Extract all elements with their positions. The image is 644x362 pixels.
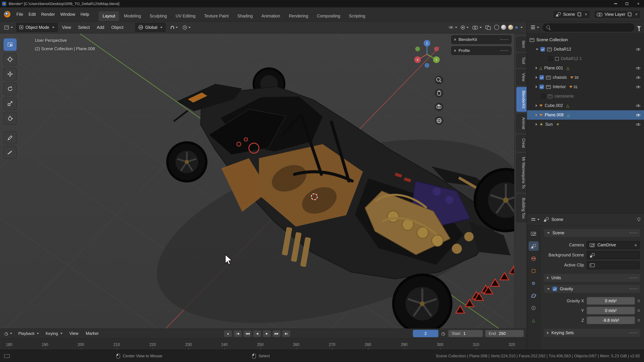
collection-checkbox[interactable] [540,47,545,52]
profile-panel-header[interactable]: Profile [451,46,512,55]
tab-shading[interactable]: Shading [233,11,257,21]
outliner-item-chassis[interactable]: chassis 33 [527,73,644,82]
expand-icon[interactable] [536,123,537,126]
menu-marker[interactable]: Marker [83,331,102,336]
axis-neg-x-handle[interactable] [434,46,439,51]
outliner-item-cube-002[interactable]: Cube.002 △ [527,101,644,110]
next-keyframe-button[interactable]: ▶▶ [272,330,281,337]
hide-viewport-toggle[interactable] [636,47,641,52]
outliner-item-plane-001[interactable]: △ Plane.001 △ [527,63,644,73]
axis-neg-y-handle[interactable] [415,46,420,51]
tab-modeling[interactable]: Modeling [120,11,145,21]
camera-field[interactable]: CamDrive × [587,241,640,249]
scene-selector[interactable]: Scene × [553,10,590,18]
select-box-tool[interactable] [3,38,17,51]
zoom-button[interactable] [435,76,444,84]
sidebar-tab-view[interactable]: View [516,69,526,85]
navigation-gizmo[interactable]: Z X Y [412,39,442,69]
gravity-y-field[interactable]: 0 m/s² [587,307,635,314]
hide-viewport-toggle[interactable] [636,75,641,80]
tab-sculpting[interactable]: Sculpting [146,11,171,21]
gizmos-dropdown[interactable] [461,25,468,29]
rotate-tool[interactable] [3,82,17,95]
close-button[interactable]: × [632,0,644,7]
outliner-item-scene-collection[interactable]: Scene Collection [527,35,644,44]
start-frame-field[interactable]: Start 1 [448,330,483,337]
scene-panel-header[interactable]: Scene [544,229,641,237]
menu-object[interactable]: Object [109,25,126,30]
menu-edit[interactable]: Edit [26,12,38,16]
hide-viewport-toggle[interactable] [636,103,641,108]
jump-to-end-button[interactable]: ▶| [282,330,290,337]
hide-viewport-toggle[interactable] [636,122,641,127]
active-clip-field[interactable] [587,261,640,269]
keying-menu[interactable]: Keying [43,330,64,337]
animate-property-dot[interactable] [638,319,640,322]
hide-viewport-toggle[interactable] [636,84,641,89]
collection-checkbox[interactable] [539,84,544,89]
remove-view-layer-button[interactable]: × [634,12,639,17]
proportional-editing-controls[interactable] [183,25,190,29]
minimize-button[interactable] [610,0,621,7]
snapping-controls[interactable] [171,26,178,29]
timeline-editor-selector[interactable]: ◷ [3,330,14,337]
expand-icon[interactable] [536,67,537,69]
properties-tab-render[interactable] [528,229,538,238]
menu-add[interactable]: Add [94,25,107,30]
expand-icon[interactable] [536,76,537,79]
tab-compositing[interactable]: Compositing [313,11,344,21]
sidebar-tab-item[interactable]: Item [516,37,526,52]
outliner-item-deltar12[interactable]: DeltaR12 [527,44,644,54]
outliner-search-input[interactable] [543,23,634,31]
hide-viewport-toggle[interactable] [636,65,641,70]
outliner-item-carosserie[interactable]: carosserie [527,91,644,101]
end-frame-field[interactable]: End 250 [485,330,524,337]
sidebar-tab-animation[interactable]: Animat [516,114,526,133]
outliner-item-plane-008[interactable]: Plane.008 △ [527,110,644,120]
outliner-item-deltar12-1[interactable]: DeltaR12 1 [527,54,644,63]
scale-tool[interactable] [3,97,17,110]
sidebar-tab-tool[interactable]: Tool [516,53,526,68]
pin-icon[interactable] [636,217,641,222]
cursor-tool[interactable] [3,53,17,66]
filter-icon[interactable] [637,26,641,28]
new-scene-button[interactable] [577,12,581,16]
menu-render[interactable]: Render [38,12,58,16]
sidebar-tab-create[interactable]: Creat [516,135,526,151]
properties-tab-scene[interactable] [528,241,538,251]
outliner-editor-selector[interactable] [530,25,540,30]
material-preview-button[interactable] [508,25,513,30]
properties-tab-object-data[interactable]: △ [528,316,538,325]
car-model[interactable] [136,68,514,329]
editor-type-selector[interactable] [3,24,14,31]
play-button[interactable]: ▶ [263,330,271,337]
timeline-ruler[interactable]: 180 190 200 210 220 230 240 250 260 270 … [0,338,526,350]
outliner-item-sun[interactable]: ☀ Sun ☀ [527,120,644,129]
play-reverse-button[interactable]: ◀ [253,330,261,337]
camera-view-button[interactable] [435,103,444,111]
transform-tool[interactable] [3,112,17,125]
properties-tab-object[interactable] [528,266,538,276]
units-panel-header[interactable]: Units [544,274,641,282]
pan-button[interactable] [435,89,444,97]
axis-neg-z-handle[interactable] [425,63,429,68]
unlink-scene-button[interactable]: × [584,12,588,17]
playback-menu[interactable]: Playback [16,330,41,337]
preview-range-toggle[interactable]: ◷ [440,331,446,336]
tab-rendering[interactable]: Rendering [285,11,312,21]
menu-file[interactable]: File [14,12,26,16]
record-button[interactable]: ● [224,330,232,337]
outliner-item-interior[interactable]: Interior 31 [527,82,644,91]
menu-window[interactable]: Window [58,12,78,16]
expand-icon[interactable] [536,85,537,88]
view-layer-selector[interactable]: View Layer × [594,10,641,18]
object-visibility-dropdown[interactable] [448,25,457,30]
properties-tab-physics[interactable] [528,291,538,300]
menu-view-timeline[interactable]: View [67,331,81,336]
3d-viewport[interactable]: User Perspective (2) Scene Collection | … [0,33,526,329]
animate-property-dot[interactable] [638,300,640,302]
properties-tab-constraints[interactable] [528,303,538,313]
blenderkit-panel-header[interactable]: BlenderKit [451,35,512,44]
maximize-button[interactable] [621,0,632,7]
properties-editor-selector[interactable] [530,217,540,222]
